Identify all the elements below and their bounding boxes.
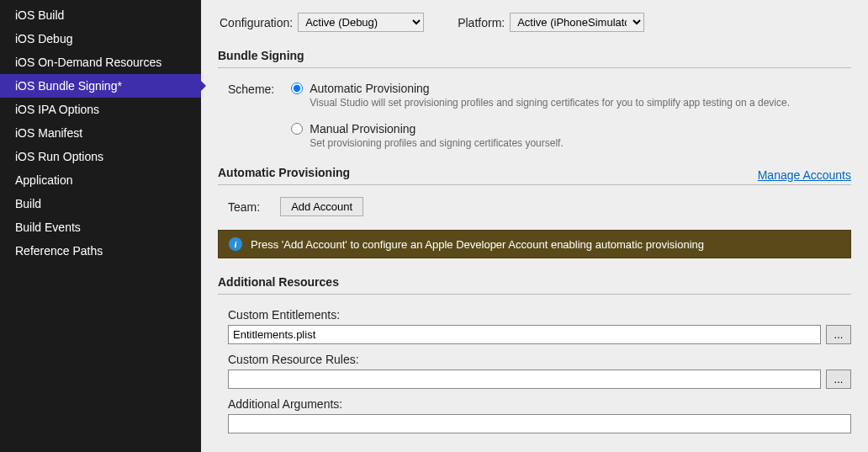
- team-label: Team:: [228, 200, 260, 214]
- manual-provisioning-desc: Set provisioning profiles and signing ce…: [310, 137, 851, 149]
- sidebar-item-build-events[interactable]: Build Events: [0, 215, 201, 239]
- sidebar-item-label: Application: [15, 173, 73, 187]
- sidebar-item-label: iOS IPA Options: [15, 103, 99, 116]
- sidebar-item-application[interactable]: Application: [0, 168, 201, 192]
- info-icon: i: [229, 237, 242, 251]
- sidebar-item-label: iOS On-Demand Resources: [15, 56, 161, 69]
- add-account-button[interactable]: Add Account: [280, 197, 363, 216]
- platform-label: Platform:: [458, 16, 505, 29]
- config-platform-row: Configuration: Active (Debug) Platform: …: [218, 13, 851, 32]
- scheme-radio-group: Automatic Provisioning Visual Studio wil…: [291, 82, 851, 149]
- sidebar-item-ios-ondemand[interactable]: iOS On-Demand Resources: [0, 51, 201, 74]
- automatic-provisioning-label: Automatic Provisioning: [310, 82, 429, 95]
- additional-arguments-input[interactable]: [228, 414, 851, 433]
- custom-entitlements-label: Custom Entitlements:: [228, 308, 851, 322]
- custom-resource-rules-input[interactable]: [228, 370, 821, 389]
- sidebar-item-label: iOS Debug: [15, 32, 72, 45]
- manual-provisioning-radio[interactable]: [291, 123, 303, 135]
- sidebar-item-label: iOS Build: [15, 8, 64, 22]
- configuration-label: Configuration:: [220, 16, 293, 29]
- additional-resources-header: Additional Resources: [218, 275, 851, 295]
- info-message: Press 'Add Account' to configure an Appl…: [251, 238, 704, 251]
- bundle-signing-header: Bundle Signing: [218, 49, 851, 68]
- platform-select[interactable]: Active (iPhoneSimulator): [510, 13, 644, 32]
- sidebar-item-ios-bundle-signing[interactable]: iOS Bundle Signing*: [0, 74, 201, 98]
- sidebar-item-label: Build: [15, 197, 41, 210]
- automatic-provisioning-desc: Visual Studio will set provisioning prof…: [310, 97, 851, 109]
- manual-provisioning-label: Manual Provisioning: [310, 122, 415, 136]
- entitlements-browse-button[interactable]: ...: [826, 325, 851, 344]
- resource-rules-browse-button[interactable]: ...: [826, 370, 851, 389]
- sidebar-item-label: iOS Bundle Signing*: [15, 79, 122, 93]
- sidebar-item-ios-build[interactable]: iOS Build: [0, 3, 201, 27]
- sidebar-item-label: iOS Run Options: [15, 150, 103, 163]
- sidebar-item-build[interactable]: Build: [0, 192, 201, 215]
- sidebar-item-ios-run[interactable]: iOS Run Options: [0, 145, 201, 168]
- configuration-select[interactable]: Active (Debug): [298, 13, 424, 32]
- sidebar-item-label: iOS Manifest: [15, 126, 82, 140]
- sidebar-item-ios-manifest[interactable]: iOS Manifest: [0, 121, 201, 145]
- sidebar: iOS Build iOS Debug iOS On-Demand Resour…: [0, 0, 201, 452]
- sidebar-item-label: Build Events: [15, 221, 81, 234]
- info-bar: i Press 'Add Account' to configure an Ap…: [218, 230, 851, 258]
- sidebar-item-ios-ipa[interactable]: iOS IPA Options: [0, 98, 201, 121]
- automatic-provisioning-radio[interactable]: [291, 82, 303, 94]
- scheme-label: Scheme:: [228, 82, 274, 96]
- automatic-provisioning-header: Automatic Provisioning: [218, 166, 350, 184]
- custom-resource-rules-label: Custom Resource Rules:: [228, 353, 851, 366]
- main-panel: Configuration: Active (Debug) Platform: …: [201, 0, 868, 452]
- sidebar-item-reference-paths[interactable]: Reference Paths: [0, 239, 201, 263]
- manage-accounts-link[interactable]: Manage Accounts: [758, 168, 851, 182]
- sidebar-item-ios-debug[interactable]: iOS Debug: [0, 27, 201, 51]
- custom-entitlements-input[interactable]: [228, 325, 821, 344]
- sidebar-item-label: Reference Paths: [15, 244, 103, 258]
- additional-arguments-label: Additional Arguments:: [228, 397, 851, 411]
